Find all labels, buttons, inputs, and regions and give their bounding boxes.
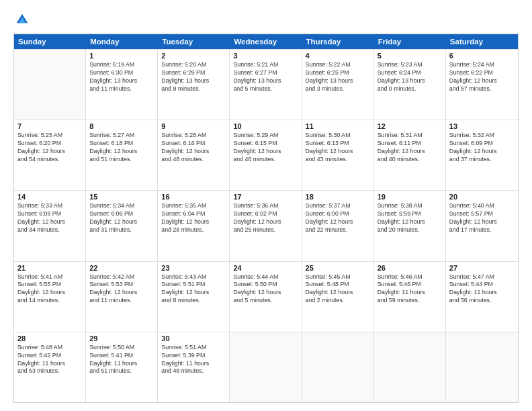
day-info: Sunrise: 5:45 AM Sunset: 5:48 PM Dayligh…	[306, 273, 370, 306]
header-day-thursday: Thursday	[302, 34, 374, 49]
cal-cell: 13Sunrise: 5:32 AM Sunset: 6:09 PM Dayli…	[446, 120, 518, 190]
day-number: 30	[161, 334, 226, 342]
day-number: 24	[233, 264, 298, 272]
day-number: 16	[161, 193, 226, 201]
cal-cell: 21Sunrise: 5:41 AM Sunset: 5:55 PM Dayli…	[14, 262, 86, 332]
day-info: Sunrise: 5:42 AM Sunset: 5:53 PM Dayligh…	[89, 273, 154, 306]
day-number: 19	[378, 193, 442, 201]
cal-cell: 5Sunrise: 5:23 AM Sunset: 6:24 PM Daylig…	[374, 50, 446, 120]
day-info: Sunrise: 5:23 AM Sunset: 6:24 PM Dayligh…	[378, 61, 442, 93]
cal-cell: 25Sunrise: 5:45 AM Sunset: 5:48 PM Dayli…	[302, 262, 374, 332]
day-number: 15	[89, 193, 154, 201]
cal-cell: 20Sunrise: 5:40 AM Sunset: 5:57 PM Dayli…	[446, 191, 518, 261]
day-number: 12	[378, 122, 442, 130]
day-number: 5	[378, 52, 442, 60]
header-day-wednesday: Wednesday	[230, 34, 302, 49]
day-info: Sunrise: 5:44 AM Sunset: 5:50 PM Dayligh…	[233, 273, 298, 306]
day-number: 2	[161, 52, 226, 60]
day-info: Sunrise: 5:20 AM Sunset: 6:29 PM Dayligh…	[161, 61, 226, 93]
day-info: Sunrise: 5:19 AM Sunset: 6:30 PM Dayligh…	[89, 61, 154, 93]
day-info: Sunrise: 5:30 AM Sunset: 6:13 PM Dayligh…	[306, 132, 370, 164]
cal-cell: 4Sunrise: 5:22 AM Sunset: 6:25 PM Daylig…	[302, 50, 374, 120]
cal-cell: 18Sunrise: 5:37 AM Sunset: 6:00 PM Dayli…	[302, 191, 374, 261]
header-day-tuesday: Tuesday	[158, 34, 230, 49]
logo	[13, 12, 31, 27]
day-number: 14	[17, 193, 82, 201]
day-info: Sunrise: 5:37 AM Sunset: 6:00 PM Dayligh…	[306, 202, 370, 234]
cal-cell: 6Sunrise: 5:24 AM Sunset: 6:22 PM Daylig…	[446, 50, 518, 120]
day-info: Sunrise: 5:29 AM Sunset: 6:15 PM Dayligh…	[233, 132, 298, 164]
week-row-3: 21Sunrise: 5:41 AM Sunset: 5:55 PM Dayli…	[14, 261, 518, 332]
cal-cell: 16Sunrise: 5:35 AM Sunset: 6:04 PM Dayli…	[158, 191, 230, 261]
day-info: Sunrise: 5:31 AM Sunset: 6:11 PM Dayligh…	[378, 132, 442, 164]
cal-cell: 22Sunrise: 5:42 AM Sunset: 5:53 PM Dayli…	[86, 262, 158, 332]
cal-cell: 14Sunrise: 5:33 AM Sunset: 6:08 PM Dayli…	[14, 191, 86, 261]
cal-cell: 15Sunrise: 5:34 AM Sunset: 6:06 PM Dayli…	[86, 191, 158, 261]
day-number: 29	[89, 334, 154, 342]
day-number: 25	[306, 264, 370, 272]
week-row-1: 7Sunrise: 5:25 AM Sunset: 6:20 PM Daylig…	[14, 120, 518, 190]
day-number: 23	[161, 264, 226, 272]
day-number: 18	[306, 193, 370, 201]
day-number: 21	[17, 264, 82, 272]
cal-cell: 8Sunrise: 5:27 AM Sunset: 6:18 PM Daylig…	[86, 120, 158, 190]
week-row-0: 1Sunrise: 5:19 AM Sunset: 6:30 PM Daylig…	[14, 49, 518, 120]
cal-cell: 30Sunrise: 5:51 AM Sunset: 5:39 PM Dayli…	[158, 332, 230, 402]
cal-cell: 3Sunrise: 5:21 AM Sunset: 6:27 PM Daylig…	[230, 50, 302, 120]
cal-cell: 7Sunrise: 5:25 AM Sunset: 6:20 PM Daylig…	[14, 120, 86, 190]
day-number: 8	[89, 122, 154, 130]
day-number: 27	[449, 264, 515, 272]
cal-cell: 29Sunrise: 5:50 AM Sunset: 5:41 PM Dayli…	[86, 332, 158, 402]
header-day-friday: Friday	[374, 34, 446, 49]
week-row-4: 28Sunrise: 5:48 AM Sunset: 5:42 PM Dayli…	[14, 332, 518, 402]
logo-icon	[15, 12, 30, 27]
cal-cell	[14, 50, 86, 120]
day-number: 9	[161, 122, 226, 130]
day-number: 20	[449, 193, 515, 201]
day-info: Sunrise: 5:40 AM Sunset: 5:57 PM Dayligh…	[449, 202, 515, 234]
header-day-saturday: Saturday	[446, 34, 518, 49]
cal-cell: 19Sunrise: 5:38 AM Sunset: 5:59 PM Dayli…	[374, 191, 446, 261]
day-number: 13	[449, 122, 515, 130]
day-info: Sunrise: 5:47 AM Sunset: 5:44 PM Dayligh…	[449, 273, 515, 306]
cal-cell	[446, 332, 518, 402]
calendar-header: SundayMondayTuesdayWednesdayThursdayFrid…	[14, 34, 518, 49]
day-info: Sunrise: 5:33 AM Sunset: 6:08 PM Dayligh…	[17, 202, 82, 234]
day-number: 28	[17, 334, 82, 342]
day-info: Sunrise: 5:21 AM Sunset: 6:27 PM Dayligh…	[233, 61, 298, 93]
cal-cell: 12Sunrise: 5:31 AM Sunset: 6:11 PM Dayli…	[374, 120, 446, 190]
day-number: 7	[17, 122, 82, 130]
calendar: SundayMondayTuesdayWednesdayThursdayFrid…	[13, 34, 519, 403]
cal-cell: 26Sunrise: 5:46 AM Sunset: 5:46 PM Dayli…	[374, 262, 446, 332]
cal-cell: 11Sunrise: 5:30 AM Sunset: 6:13 PM Dayli…	[302, 120, 374, 190]
cal-cell: 10Sunrise: 5:29 AM Sunset: 6:15 PM Dayli…	[230, 120, 302, 190]
day-info: Sunrise: 5:32 AM Sunset: 6:09 PM Dayligh…	[449, 132, 515, 164]
day-number: 17	[233, 193, 298, 201]
cal-cell: 17Sunrise: 5:36 AM Sunset: 6:02 PM Dayli…	[230, 191, 302, 261]
day-info: Sunrise: 5:43 AM Sunset: 5:51 PM Dayligh…	[161, 273, 226, 306]
day-info: Sunrise: 5:24 AM Sunset: 6:22 PM Dayligh…	[449, 61, 515, 93]
cal-cell: 27Sunrise: 5:47 AM Sunset: 5:44 PM Dayli…	[446, 262, 518, 332]
cal-cell: 28Sunrise: 5:48 AM Sunset: 5:42 PM Dayli…	[14, 332, 86, 402]
cal-cell: 2Sunrise: 5:20 AM Sunset: 6:29 PM Daylig…	[158, 50, 230, 120]
day-info: Sunrise: 5:36 AM Sunset: 6:02 PM Dayligh…	[233, 202, 298, 234]
header	[13, 12, 519, 27]
cal-cell: 23Sunrise: 5:43 AM Sunset: 5:51 PM Dayli…	[158, 262, 230, 332]
cal-cell	[302, 332, 374, 402]
day-number: 1	[89, 52, 154, 60]
day-info: Sunrise: 5:51 AM Sunset: 5:39 PM Dayligh…	[161, 344, 226, 376]
day-info: Sunrise: 5:35 AM Sunset: 6:04 PM Dayligh…	[161, 202, 226, 234]
day-number: 4	[306, 52, 370, 60]
day-number: 10	[233, 122, 298, 130]
day-number: 3	[233, 52, 298, 60]
cal-cell: 24Sunrise: 5:44 AM Sunset: 5:50 PM Dayli…	[230, 262, 302, 332]
day-info: Sunrise: 5:25 AM Sunset: 6:20 PM Dayligh…	[17, 132, 82, 164]
day-info: Sunrise: 5:38 AM Sunset: 5:59 PM Dayligh…	[378, 202, 442, 234]
cal-cell: 9Sunrise: 5:28 AM Sunset: 6:16 PM Daylig…	[158, 120, 230, 190]
header-day-monday: Monday	[86, 34, 158, 49]
cal-cell: 1Sunrise: 5:19 AM Sunset: 6:30 PM Daylig…	[86, 50, 158, 120]
day-number: 6	[449, 52, 515, 60]
day-info: Sunrise: 5:22 AM Sunset: 6:25 PM Dayligh…	[306, 61, 370, 93]
page: SundayMondayTuesdayWednesdayThursdayFrid…	[0, 0, 532, 411]
week-row-2: 14Sunrise: 5:33 AM Sunset: 6:08 PM Dayli…	[14, 190, 518, 261]
